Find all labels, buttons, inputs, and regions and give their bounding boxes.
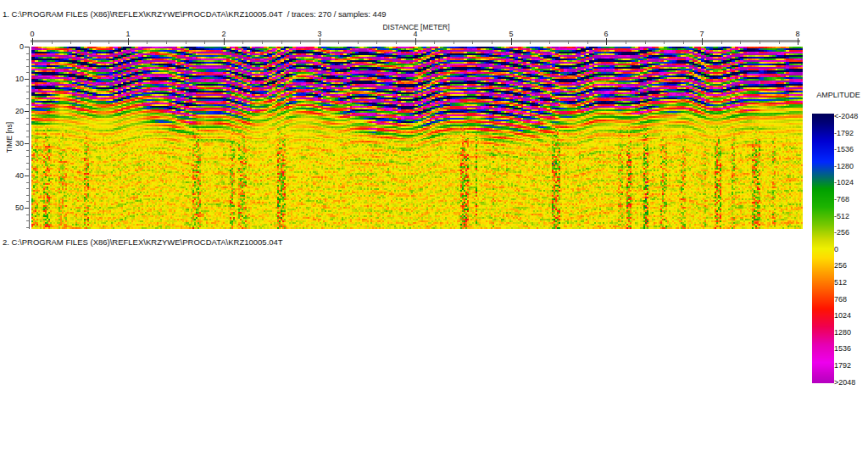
y-tick-label: 0 (3, 42, 24, 51)
amplitude-colorbar (812, 114, 834, 383)
y-tick (25, 79, 29, 80)
y-tick (25, 176, 29, 176)
y-minor-tick (26, 124, 29, 125)
x-tick (224, 38, 225, 45)
y-minor-tick (26, 201, 29, 202)
x-tick (32, 38, 33, 45)
x-minor-tick (338, 41, 339, 44)
x-tick (702, 38, 703, 45)
y-minor-tick (26, 136, 29, 137)
x-minor-tick (300, 41, 301, 44)
x-tick (606, 38, 607, 45)
x-minor-tick (166, 41, 167, 44)
time-axis-line (29, 47, 30, 229)
x-tick (415, 38, 416, 45)
x-minor-tick (147, 41, 147, 44)
x-minor-tick (90, 41, 91, 44)
amplitude-scale-label: 256 (834, 261, 847, 270)
y-minor-tick (26, 220, 29, 221)
y-tick-label: 40 (3, 171, 24, 180)
y-minor-tick (26, 169, 29, 170)
y-tick (25, 47, 29, 47)
y-tick-label: 10 (3, 75, 24, 83)
x-tick-label: 6 (598, 30, 615, 38)
y-minor-tick (26, 214, 29, 215)
amplitude-scale-label: 1280 (834, 328, 851, 337)
x-tick-label: 3 (311, 30, 328, 38)
x-tick-label: 7 (693, 30, 710, 38)
x-tick (128, 38, 129, 45)
x-minor-tick (664, 41, 665, 44)
y-minor-tick (26, 72, 29, 73)
y-minor-tick (26, 53, 29, 54)
x-minor-tick (70, 41, 71, 44)
x-tick (320, 38, 320, 45)
profile-1-title: 1. C:\PROGRAM FILES (X86)\REFLEX\KRZYWE\… (3, 9, 386, 19)
amplitude-scale-label: >2048 (834, 378, 855, 387)
y-minor-tick (26, 104, 29, 105)
amplitude-scale-label: -1536 (834, 145, 854, 153)
x-minor-tick (626, 41, 626, 44)
amplitude-scale-label: 1792 (834, 361, 851, 370)
x-tick-label: 8 (789, 30, 806, 38)
y-minor-tick (26, 59, 29, 60)
x-minor-tick (376, 41, 377, 44)
y-tick (25, 111, 29, 112)
y-minor-tick (26, 66, 29, 67)
x-minor-tick (434, 41, 435, 44)
profile-2-title: 2. C:\PROGRAM FILES (X86)\REFLEX\KRZYWE\… (3, 237, 283, 247)
x-minor-tick (108, 41, 109, 44)
x-minor-tick (587, 41, 588, 44)
x-minor-tick (549, 41, 550, 44)
amplitude-scale-label: -512 (834, 212, 849, 220)
x-tick (798, 38, 798, 45)
x-minor-tick (530, 41, 531, 44)
x-tick-label: 0 (24, 30, 41, 38)
amplitude-legend-title: AMPLITUDE (812, 91, 865, 99)
reflexw-window: 1. C:\PROGRAM FILES (X86)\REFLEX\KRZYWE\… (0, 0, 868, 468)
amplitude-scale-label: 1536 (834, 344, 851, 353)
x-minor-tick (453, 41, 454, 44)
y-tick (25, 143, 29, 144)
y-minor-tick (26, 86, 29, 86)
y-minor-tick (26, 156, 29, 157)
amplitude-scale-label: 1024 (834, 311, 851, 320)
amplitude-scale-label: 768 (834, 295, 847, 304)
radargram-image[interactable] (31, 47, 803, 229)
x-tick-label: 2 (215, 30, 232, 38)
x-tick-label: 5 (503, 30, 520, 38)
y-minor-tick (26, 98, 29, 99)
y-minor-tick (26, 118, 29, 119)
y-minor-tick (26, 182, 29, 183)
amplitude-colorbar-labels: <-2048-1792-1536-1280-1024-768-512-25602… (834, 114, 868, 385)
x-minor-tick (396, 41, 397, 44)
x-minor-tick (242, 41, 243, 44)
amplitude-scale-label: 512 (834, 278, 847, 287)
amplitude-scale-label: -1280 (834, 162, 854, 170)
y-tick-label: 30 (3, 139, 24, 148)
time-axis: 01020304050 (0, 47, 31, 229)
x-minor-tick (186, 41, 186, 44)
x-minor-tick (721, 41, 722, 44)
x-minor-tick (645, 41, 646, 44)
x-tick-label: 4 (407, 30, 424, 38)
x-tick (511, 38, 512, 45)
x-minor-tick (204, 41, 205, 44)
x-minor-tick (472, 41, 473, 44)
x-minor-tick (358, 41, 359, 44)
amplitude-scale-label: -768 (834, 195, 849, 203)
y-tick (25, 208, 29, 209)
x-tick-label: 1 (120, 30, 136, 38)
x-minor-tick (760, 41, 760, 44)
y-tick-label: 50 (3, 203, 24, 212)
x-minor-tick (683, 41, 684, 44)
x-minor-tick (262, 41, 263, 44)
y-minor-tick (26, 195, 29, 196)
x-minor-tick (779, 41, 780, 44)
y-minor-tick (26, 188, 29, 189)
amplitude-scale-label: -1792 (834, 129, 854, 137)
y-minor-tick (26, 163, 29, 164)
amplitude-scale-label: -1024 (834, 178, 854, 187)
amplitude-scale-label: 0 (834, 245, 838, 254)
x-minor-tick (52, 41, 53, 44)
